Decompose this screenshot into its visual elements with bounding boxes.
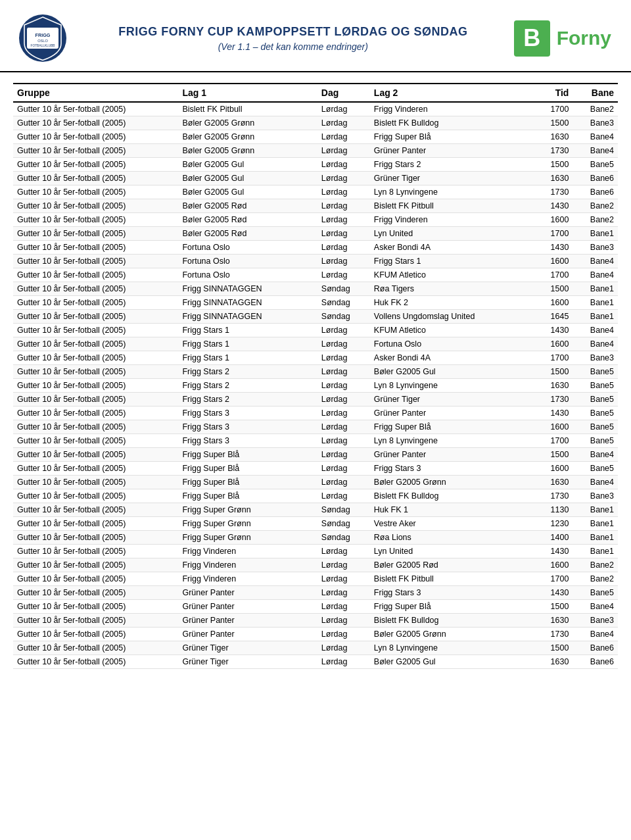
- frigg-logo-container: FRIGG OSLO FOTBALLKLUBB: [13, 12, 72, 64]
- table-row: Gutter 10 år 5er-fotball (2005)Bøler G20…: [13, 158, 618, 172]
- table-row: Gutter 10 år 5er-fotball (2005)Frigg Vin…: [13, 545, 618, 558]
- col-header-lag1: Lag 1: [178, 84, 317, 102]
- col-header-lag2: Lag 2: [370, 84, 532, 102]
- table-row: Gutter 10 år 5er-fotball (2005)Frigg Sup…: [13, 517, 618, 531]
- table-row: Gutter 10 år 5er-fotball (2005)Frigg SIN…: [13, 310, 618, 324]
- table-row: Gutter 10 år 5er-fotball (2005)Bøler G20…: [13, 199, 618, 213]
- table-row: Gutter 10 år 5er-fotball (2005)Bøler G20…: [13, 116, 618, 130]
- table-row: Gutter 10 år 5er-fotball (2005)Fortuna O…: [13, 241, 618, 255]
- table-row: Gutter 10 år 5er-fotball (2005)Frigg Sup…: [13, 476, 618, 489]
- table-row: Gutter 10 år 5er-fotball (2005)Bøler G20…: [13, 172, 618, 185]
- table-row: Gutter 10 år 5er-fotball (2005)Frigg Sup…: [13, 489, 618, 503]
- header-title-block: FRIGG FORNY CUP KAMPOPPSETT LØRDAG OG SØ…: [72, 25, 514, 52]
- sponsor-logos: B Forny: [514, 20, 611, 57]
- b-logo-icon: B: [514, 20, 550, 57]
- table-row: Gutter 10 år 5er-fotball (2005)Bøler G20…: [13, 185, 618, 199]
- table-row: Gutter 10 år 5er-fotball (2005)Frigg Sup…: [13, 462, 618, 476]
- table-row: Gutter 10 år 5er-fotball (2005)Frigg Sta…: [13, 434, 618, 448]
- table-row: Gutter 10 år 5er-fotball (2005)Grüner Pa…: [13, 586, 618, 600]
- table-row: Gutter 10 år 5er-fotball (2005)Frigg SIN…: [13, 282, 618, 296]
- table-row: Gutter 10 år 5er-fotball (2005)Grüner Ti…: [13, 641, 618, 655]
- table-row: Gutter 10 år 5er-fotball (2005)Frigg Sta…: [13, 420, 618, 434]
- table-row: Gutter 10 år 5er-fotball (2005)Bøler G20…: [13, 213, 618, 227]
- table-row: Gutter 10 år 5er-fotball (2005)Frigg Sta…: [13, 337, 618, 351]
- table-row: Gutter 10 år 5er-fotball (2005)Frigg Vin…: [13, 558, 618, 572]
- page-header: FRIGG OSLO FOTBALLKLUBB FRIGG FORNY CUP …: [0, 0, 631, 72]
- frigg-logo-icon: FRIGG OSLO FOTBALLKLUBB: [16, 12, 69, 64]
- table-row: Gutter 10 år 5er-fotball (2005)Frigg Sup…: [13, 503, 618, 517]
- page-subtitle: (Ver 1.1 – det kan komme endringer): [72, 41, 514, 52]
- table-row: Gutter 10 år 5er-fotball (2005)Bislett F…: [13, 102, 618, 116]
- table-row: Gutter 10 år 5er-fotball (2005)Bøler G20…: [13, 130, 618, 144]
- table-row: Gutter 10 år 5er-fotball (2005)Frigg Sta…: [13, 351, 618, 365]
- page-title: FRIGG FORNY CUP KAMPOPPSETT LØRDAG OG SØ…: [72, 25, 514, 39]
- table-row: Gutter 10 år 5er-fotball (2005)Frigg Vin…: [13, 572, 618, 586]
- table-row: Gutter 10 år 5er-fotball (2005)Frigg SIN…: [13, 296, 618, 310]
- table-row: Gutter 10 år 5er-fotball (2005)Grüner Pa…: [13, 628, 618, 641]
- table-row: Gutter 10 år 5er-fotball (2005)Frigg Sta…: [13, 324, 618, 337]
- table-row: Gutter 10 år 5er-fotball (2005)Grüner Ti…: [13, 655, 618, 669]
- col-header-gruppe: Gruppe: [13, 84, 178, 102]
- table-row: Gutter 10 år 5er-fotball (2005)Frigg Sta…: [13, 379, 618, 393]
- forny-logo-text: Forny: [557, 27, 611, 49]
- table-row: Gutter 10 år 5er-fotball (2005)Bøler G20…: [13, 227, 618, 241]
- table-row: Gutter 10 år 5er-fotball (2005)Frigg Sta…: [13, 365, 618, 379]
- schedule-table-container: Gruppe Lag 1 Dag Lag 2 Tid Bane Gutter 1…: [0, 83, 631, 669]
- table-row: Gutter 10 år 5er-fotball (2005)Fortuna O…: [13, 268, 618, 282]
- table-header-row: Gruppe Lag 1 Dag Lag 2 Tid Bane: [13, 84, 618, 102]
- table-row: Gutter 10 år 5er-fotball (2005)Frigg Sup…: [13, 448, 618, 462]
- table-row: Gutter 10 år 5er-fotball (2005)Grüner Pa…: [13, 614, 618, 628]
- svg-text:OSLO: OSLO: [37, 39, 48, 43]
- svg-text:FOTBALLKLUBB: FOTBALLKLUBB: [30, 44, 55, 47]
- col-header-dag: Dag: [317, 84, 370, 102]
- schedule-table: Gruppe Lag 1 Dag Lag 2 Tid Bane Gutter 1…: [13, 83, 618, 669]
- col-header-bane: Bane: [573, 84, 618, 102]
- table-row: Gutter 10 år 5er-fotball (2005)Frigg Sta…: [13, 393, 618, 407]
- table-row: Gutter 10 år 5er-fotball (2005)Frigg Sta…: [13, 407, 618, 420]
- table-row: Gutter 10 år 5er-fotball (2005)Grüner Pa…: [13, 600, 618, 614]
- table-row: Gutter 10 år 5er-fotball (2005)Fortuna O…: [13, 255, 618, 268]
- col-header-tid: Tid: [532, 84, 573, 102]
- svg-text:FRIGG: FRIGG: [35, 32, 51, 38]
- table-row: Gutter 10 år 5er-fotball (2005)Bøler G20…: [13, 144, 618, 158]
- table-row: Gutter 10 år 5er-fotball (2005)Frigg Sup…: [13, 531, 618, 545]
